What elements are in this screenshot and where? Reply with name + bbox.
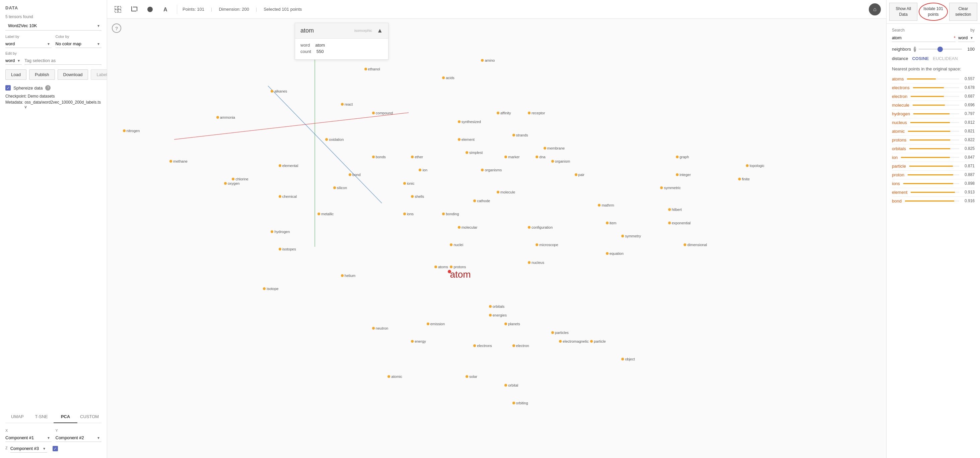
- list-item[interactable]: symmetric: [660, 186, 681, 190]
- list-item[interactable]: nucleus: [528, 260, 544, 265]
- list-item[interactable]: receptor: [528, 111, 545, 115]
- list-item[interactable]: cathode: [473, 199, 490, 203]
- list-item[interactable]: microscope: [536, 243, 558, 247]
- list-item[interactable]: strands: [512, 133, 528, 137]
- list-item[interactable]: synthesized: [458, 120, 481, 124]
- list-item[interactable]: particle: [590, 339, 606, 343]
- download-button[interactable]: Download: [57, 69, 88, 80]
- sphereize-info-icon[interactable]: ?: [45, 85, 51, 91]
- list-item[interactable]: ammonia: [216, 115, 235, 120]
- help-icon[interactable]: ?: [112, 24, 121, 33]
- list-item[interactable]: amino: [481, 58, 495, 62]
- list-item[interactable]: bonds: [372, 155, 386, 159]
- list-item[interactable]: integer: [676, 173, 691, 177]
- list-item[interactable]: acids: [442, 76, 455, 80]
- nearest-name[interactable]: ion: [892, 155, 897, 160]
- sphereize-checkbox[interactable]: [5, 85, 11, 91]
- list-item[interactable]: methane: [169, 159, 188, 163]
- list-item[interactable]: emission: [427, 322, 445, 326]
- list-item[interactable]: ether: [411, 155, 423, 159]
- list-item[interactable]: energy: [411, 339, 426, 343]
- list-item[interactable]: pair: [575, 173, 584, 177]
- nearest-name[interactable]: ions: [892, 181, 900, 186]
- nearest-name[interactable]: protons: [892, 137, 906, 142]
- list-item[interactable]: dimensional: [684, 243, 707, 247]
- nearest-name[interactable]: electrons: [892, 85, 910, 90]
- list-item[interactable]: mathrm: [598, 203, 614, 207]
- pca-x-select[interactable]: Component #1: [5, 434, 52, 442]
- list-item[interactable]: energies: [489, 313, 507, 317]
- label-button[interactable]: Label: [91, 69, 107, 80]
- list-item[interactable]: topologic: [746, 164, 764, 168]
- label-by-select[interactable]: word: [5, 40, 52, 48]
- list-item[interactable]: dna: [536, 155, 545, 159]
- list-item[interactable]: planets: [504, 322, 520, 326]
- list-item[interactable]: configuration: [528, 225, 553, 229]
- list-item[interactable]: molecule: [497, 190, 515, 194]
- euclidean-option[interactable]: EUCLIDEAN: [933, 56, 958, 61]
- list-item[interactable]: bond: [348, 173, 360, 177]
- tag-input[interactable]: [24, 57, 102, 65]
- clear-button[interactable]: Clear selection: [949, 3, 977, 21]
- list-item[interactable]: ion: [418, 168, 427, 172]
- list-item[interactable]: bonding: [442, 212, 459, 216]
- nearest-name[interactable]: hydrogen: [892, 111, 910, 116]
- color-by-select[interactable]: No color map: [56, 40, 102, 48]
- cosine-option[interactable]: COSINE: [912, 56, 929, 61]
- list-item[interactable]: symmetry: [621, 234, 641, 238]
- pca-y-select[interactable]: Component #2: [56, 434, 102, 442]
- load-button[interactable]: Load: [5, 69, 27, 80]
- list-item[interactable]: item: [606, 221, 617, 225]
- list-item[interactable]: marker: [504, 155, 519, 159]
- dataset-select[interactable]: Word2Vec 10K: [5, 21, 102, 30]
- list-item[interactable]: object: [621, 357, 635, 361]
- list-item[interactable]: electromagnetic: [559, 339, 589, 343]
- list-item[interactable]: nuclei: [450, 243, 463, 247]
- list-item[interactable]: simplest: [466, 150, 483, 155]
- list-item[interactable]: hydrogen: [270, 230, 290, 234]
- help-icon-wrapper[interactable]: ?: [112, 24, 121, 33]
- search-input[interactable]: [892, 34, 956, 42]
- list-item[interactable]: atomic: [388, 375, 402, 378]
- neighbors-slider[interactable]: [919, 49, 962, 49]
- list-item[interactable]: neutron: [372, 326, 388, 330]
- publish-button[interactable]: Publish: [29, 69, 55, 80]
- list-item[interactable]: equation: [606, 252, 624, 255]
- list-item[interactable]: solar: [466, 375, 477, 378]
- edit-by-select[interactable]: word: [5, 57, 22, 65]
- nearest-name[interactable]: nucleus: [892, 120, 907, 125]
- tab-custom[interactable]: CUSTOM: [77, 411, 102, 423]
- nearest-name[interactable]: bond: [892, 198, 902, 204]
- pca-z-checkbox[interactable]: ✓: [52, 446, 58, 451]
- nearest-name[interactable]: molecule: [892, 102, 909, 108]
- nearest-name[interactable]: electron: [892, 94, 907, 99]
- list-item[interactable]: alkanes: [270, 89, 287, 93]
- list-item[interactable]: metallic: [318, 212, 334, 216]
- info-collapse-btn[interactable]: ▲: [377, 27, 383, 34]
- list-item[interactable]: react: [341, 102, 353, 106]
- nearest-name[interactable]: proton: [892, 172, 904, 177]
- list-item[interactable]: membrane: [544, 146, 565, 150]
- list-item[interactable]: isotopes: [278, 247, 296, 251]
- list-item[interactable]: hilbert: [668, 207, 682, 212]
- list-item[interactable]: ethanol: [364, 67, 380, 71]
- neighbors-info-icon[interactable]: ?: [914, 46, 916, 52]
- tab-umap[interactable]: UMAP: [5, 411, 29, 423]
- nearest-name[interactable]: element: [892, 190, 907, 195]
- list-item[interactable]: orbitals: [489, 305, 504, 308]
- list-item[interactable]: silicon: [333, 186, 347, 190]
- list-item[interactable]: shells: [411, 195, 424, 198]
- list-item[interactable]: isotope: [263, 287, 278, 291]
- list-item[interactable]: nitrogen: [123, 129, 140, 133]
- tab-tsne[interactable]: T-SNE: [29, 411, 54, 423]
- list-item[interactable]: graph: [676, 155, 689, 159]
- isolate-button[interactable]: Isolate 101 points: [919, 3, 948, 21]
- nearest-name[interactable]: atoms: [892, 77, 904, 81]
- list-item[interactable]: exponential: [668, 221, 690, 225]
- list-item[interactable]: protons: [450, 265, 466, 269]
- list-item[interactable]: molecular: [458, 225, 477, 229]
- by-select[interactable]: word: [958, 34, 975, 42]
- list-item[interactable]: oxygen: [224, 181, 239, 185]
- tab-pca[interactable]: PCA: [54, 411, 78, 423]
- list-item[interactable]: chemical: [278, 195, 297, 198]
